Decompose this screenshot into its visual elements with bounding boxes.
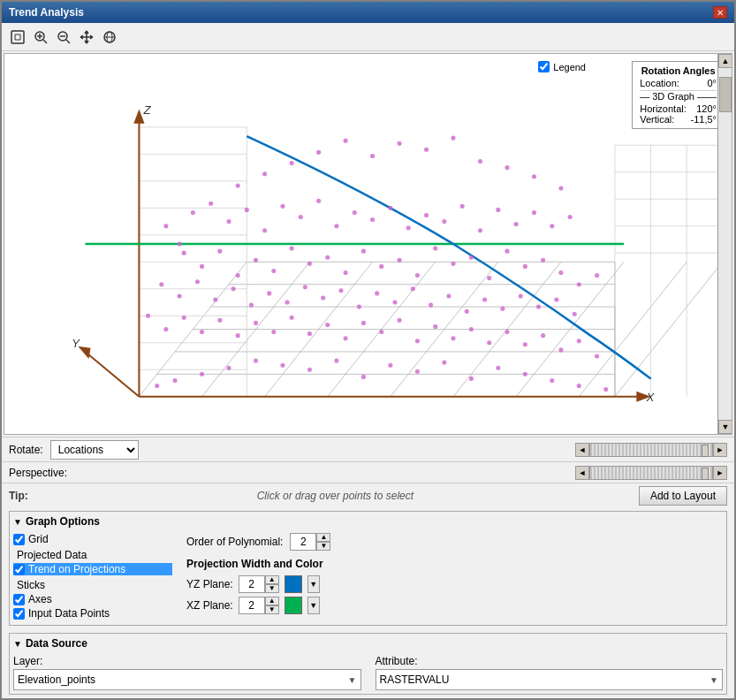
svg-point-138 — [236, 333, 240, 338]
svg-point-157 — [577, 339, 581, 343]
slider-thumb[interactable] — [702, 445, 709, 457]
slider-left-button[interactable]: ◄ — [575, 443, 589, 457]
polynomial-down-button[interactable]: ▼ — [316, 542, 330, 551]
graph-options-header[interactable]: ▼ Graph Options — [13, 515, 723, 528]
perspective-label: Perspective: — [9, 467, 67, 479]
persp-slider-thumb[interactable] — [702, 468, 709, 480]
ds-triangle-icon: ▼ — [13, 639, 22, 649]
svg-point-64 — [209, 202, 213, 206]
input-data-checkbox[interactable] — [13, 608, 25, 620]
svg-point-100 — [451, 262, 455, 266]
svg-point-172 — [307, 368, 312, 372]
svg-point-91 — [290, 247, 294, 251]
svg-point-124 — [429, 303, 433, 308]
svg-point-78 — [460, 204, 465, 209]
xz-plane-row: XZ Plane: 2 ▲ ▼ ▼ — [186, 597, 723, 614]
datasource-section: ▼ Data Source Layer: Elevation_points ▼ … — [9, 633, 727, 695]
legend-label: Legend — [553, 62, 586, 72]
svg-point-85 — [182, 251, 186, 255]
trend-checkbox[interactable] — [13, 564, 25, 575]
persp-slider-track[interactable] — [589, 466, 713, 480]
chart-scrollbar[interactable]: ▲ ▼ — [717, 54, 732, 434]
datasource-header[interactable]: ▼ Data Source — [13, 637, 723, 650]
scroll-track[interactable] — [718, 68, 732, 420]
svg-point-101 — [469, 255, 474, 260]
svg-point-110 — [178, 293, 182, 298]
horizontal-row: Horizontal: 120° — [640, 103, 717, 114]
svg-point-77 — [442, 219, 446, 224]
svg-point-152 — [487, 340, 491, 345]
polynomial-row: Order of Polynomial: 2 ▲ ▼ — [186, 533, 723, 551]
polynomial-value: 2 — [290, 533, 316, 551]
yz-down-button[interactable]: ▼ — [265, 584, 279, 593]
svg-point-114 — [249, 303, 254, 308]
attribute-label: Attribute: — [376, 655, 724, 667]
vertical-label: Vertical: — [640, 114, 674, 125]
globe-button[interactable] — [99, 27, 120, 48]
scroll-up-button[interactable]: ▲ — [718, 54, 732, 68]
svg-point-167 — [236, 183, 240, 187]
scroll-thumb[interactable] — [719, 77, 732, 112]
pan-button[interactable] — [76, 27, 97, 48]
svg-point-174 — [361, 375, 366, 379]
location-label: Location: — [640, 78, 679, 88]
svg-point-99 — [433, 247, 437, 251]
persp-slider-right[interactable]: ► — [713, 466, 727, 480]
svg-point-73 — [370, 217, 375, 222]
yz-label: YZ Plane: — [186, 578, 233, 590]
svg-point-164 — [451, 136, 455, 141]
svg-point-61 — [163, 224, 168, 228]
svg-point-105 — [541, 258, 545, 262]
svg-point-132 — [573, 312, 577, 316]
yz-up-button[interactable]: ▲ — [265, 575, 279, 584]
toolbar — [2, 23, 734, 51]
slider-right-button[interactable]: ► — [713, 443, 727, 457]
xz-down-button[interactable]: ▼ — [265, 605, 279, 614]
svg-point-95 — [361, 249, 366, 254]
svg-point-115 — [267, 291, 271, 295]
persp-slider-left[interactable]: ◄ — [575, 466, 589, 480]
close-button[interactable]: ✕ — [713, 6, 727, 19]
svg-point-79 — [478, 228, 482, 232]
projected-data-item[interactable]: Projected Data — [13, 547, 172, 563]
add-to-layout-button[interactable]: Add to Layout — [639, 486, 727, 506]
rotate-h-slider[interactable]: ◄ ► — [575, 443, 727, 457]
svg-point-107 — [577, 282, 581, 286]
main-window: Trend Analysis ✕ — [0, 0, 736, 700]
svg-point-70 — [316, 199, 321, 203]
svg-point-176 — [415, 369, 420, 374]
yz-color-button[interactable] — [285, 575, 302, 593]
svg-point-144 — [344, 336, 348, 340]
axes-label: Axes — [28, 593, 52, 605]
polynomial-up-button[interactable]: ▲ — [316, 533, 330, 542]
attribute-select[interactable]: RASTERVALU ▼ — [376, 669, 724, 690]
zoom-out-button[interactable] — [53, 27, 74, 48]
xz-color-button[interactable] — [285, 597, 302, 614]
svg-point-168 — [478, 159, 482, 164]
perspective-h-slider[interactable]: ◄ ► — [575, 466, 727, 480]
legend-toggle[interactable] — [538, 61, 550, 72]
scroll-down-button[interactable]: ▼ — [718, 420, 732, 434]
yz-color-dropdown[interactable]: ▼ — [307, 575, 320, 593]
slider-track[interactable] — [589, 443, 713, 457]
svg-point-80 — [496, 208, 500, 212]
grid-checkbox[interactable] — [13, 534, 25, 545]
rotate-select[interactable]: Locations — [50, 440, 139, 460]
svg-point-143 — [325, 323, 330, 327]
svg-point-145 — [361, 321, 366, 325]
svg-point-66 — [245, 208, 249, 212]
options-left-panel: Grid Projected Data Trend on Projections… — [13, 533, 172, 621]
sticks-item[interactable]: Sticks — [13, 577, 172, 593]
perspective-row: Perspective: ◄ ► — [2, 461, 734, 483]
select-tool-button[interactable] — [7, 27, 28, 48]
xz-up-button[interactable]: ▲ — [265, 597, 279, 605]
3d-graph-label: — 3D Graph —— — [640, 90, 717, 102]
zoom-in-button[interactable] — [30, 27, 51, 48]
layer-select[interactable]: Elevation_points ▼ — [13, 669, 361, 690]
rotate-label: Rotate: — [9, 444, 43, 456]
svg-point-98 — [415, 273, 420, 278]
axes-checkbox[interactable] — [13, 594, 25, 605]
xz-color-dropdown[interactable]: ▼ — [307, 597, 320, 614]
svg-point-118 — [321, 295, 325, 300]
svg-point-102 — [487, 276, 491, 280]
